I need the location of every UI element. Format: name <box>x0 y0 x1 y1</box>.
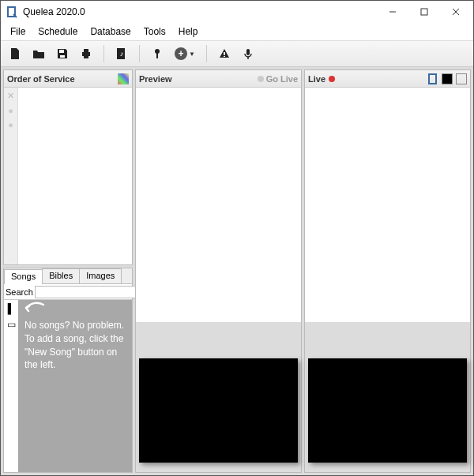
add-item-dropdown[interactable]: + ▼ <box>171 44 198 63</box>
empty-songs-text: No songs? No problem. To add a song, cli… <box>24 319 126 372</box>
menu-tools[interactable]: Tools <box>137 24 172 39</box>
toolbar-separator <box>139 45 140 62</box>
search-row: Search ✕ <box>4 284 132 300</box>
minimize-button[interactable] <box>377 1 408 23</box>
svg-rect-5 <box>60 55 65 58</box>
open-schedule-button[interactable] <box>29 44 48 63</box>
maximize-button[interactable] <box>408 1 440 23</box>
tab-songs[interactable]: Songs <box>4 269 43 284</box>
clear-screen-button[interactable] <box>456 73 467 84</box>
preview-monitor-area <box>136 322 301 472</box>
order-actions-strip: ✕ ● ● <box>4 88 18 264</box>
menu-schedule[interactable]: Schedule <box>32 24 84 39</box>
svg-rect-4 <box>59 50 64 53</box>
remove-item-button[interactable]: ✕ <box>7 91 14 101</box>
left-column: Order of Service ✕ ● ● Songs Bibles <box>3 69 133 473</box>
live-slides-list[interactable] <box>305 88 470 322</box>
order-panel-title: Order of Service <box>7 74 75 84</box>
songs-actions-strip: ▌ ▭ <box>4 300 18 472</box>
move-up-button[interactable]: ● <box>8 106 13 115</box>
window-title: Quelea 2020.0 <box>23 6 377 17</box>
black-screen-button[interactable] <box>442 73 453 84</box>
main-area: Order of Service ✕ ● ● Songs Bibles <box>1 67 473 475</box>
svg-rect-8 <box>84 55 88 58</box>
svg-rect-7 <box>84 49 88 52</box>
close-button[interactable] <box>440 1 472 23</box>
copy-to-schedule-button[interactable]: ▌ <box>8 303 15 314</box>
tab-images[interactable]: Images <box>79 268 122 283</box>
new-song-button[interactable]: ♪ <box>112 44 131 63</box>
songs-area: ▌ ▭ No songs? No problem. To add a song,… <box>4 300 132 472</box>
svg-rect-1 <box>421 9 427 15</box>
svg-rect-13 <box>224 52 225 55</box>
manage-notices-button[interactable] <box>215 44 234 63</box>
plus-icon: + <box>175 47 187 60</box>
order-of-service-panel: Order of Service ✕ ● ● <box>3 69 133 265</box>
save-schedule-button[interactable] <box>53 44 72 63</box>
logo-background-button[interactable] <box>427 73 438 84</box>
chevron-down-icon: ▼ <box>189 51 195 58</box>
menu-help[interactable]: Help <box>172 24 205 39</box>
titlebar: Quelea 2020.0 <box>1 1 473 23</box>
toolbar-separator <box>103 45 104 62</box>
toolbar: ♪ + ▼ <box>1 40 473 67</box>
preview-header: Preview Go Live <box>136 70 301 88</box>
record-button[interactable] <box>239 44 258 63</box>
preview-slides-list[interactable] <box>136 88 301 322</box>
toolbar-separator <box>206 45 207 62</box>
library-tabs: Songs Bibles Images <box>4 268 132 284</box>
preview-column: Preview Go Live <box>135 69 302 473</box>
song-options-button[interactable]: ▭ <box>7 319 16 330</box>
quick-insert-button[interactable] <box>148 44 167 63</box>
live-display <box>308 358 467 463</box>
live-monitor-area <box>305 322 470 472</box>
svg-rect-14 <box>224 56 225 57</box>
svg-rect-12 <box>156 53 158 58</box>
live-header: Live <box>305 70 470 88</box>
print-button[interactable] <box>77 44 96 63</box>
preview-panel: Preview Go Live <box>135 69 302 473</box>
preview-display <box>139 358 298 463</box>
search-input[interactable] <box>35 286 149 298</box>
preview-title: Preview <box>139 74 172 84</box>
go-live-dot-icon <box>258 76 264 82</box>
order-panel-header: Order of Service <box>4 70 132 88</box>
go-live-button[interactable]: Go Live <box>258 74 298 84</box>
library-panel: Songs Bibles Images Search ✕ ▌ ▭ No song… <box>3 268 133 473</box>
menubar: File Schedule Database Tools Help <box>1 23 473 40</box>
live-panel: Live <box>304 69 471 473</box>
preview-body <box>136 88 301 472</box>
theme-icon[interactable] <box>118 73 129 84</box>
menu-database[interactable]: Database <box>84 24 137 39</box>
live-title: Live <box>308 74 325 84</box>
order-list[interactable] <box>18 88 132 264</box>
hint-arrow-icon <box>23 302 45 314</box>
svg-rect-15 <box>246 49 250 55</box>
new-schedule-button[interactable] <box>6 44 24 63</box>
menu-file[interactable]: File <box>4 24 32 39</box>
live-body <box>305 88 470 472</box>
app-icon <box>6 6 18 18</box>
search-label: Search <box>6 287 33 297</box>
live-column: Live <box>304 69 471 473</box>
svg-text:♪: ♪ <box>120 50 124 58</box>
empty-songs-hint: No songs? No problem. To add a song, cli… <box>18 300 132 472</box>
go-live-label: Go Live <box>266 74 298 84</box>
tab-bibles[interactable]: Bibles <box>42 268 80 283</box>
move-down-button[interactable]: ● <box>8 120 13 129</box>
live-indicator-icon <box>329 76 335 82</box>
